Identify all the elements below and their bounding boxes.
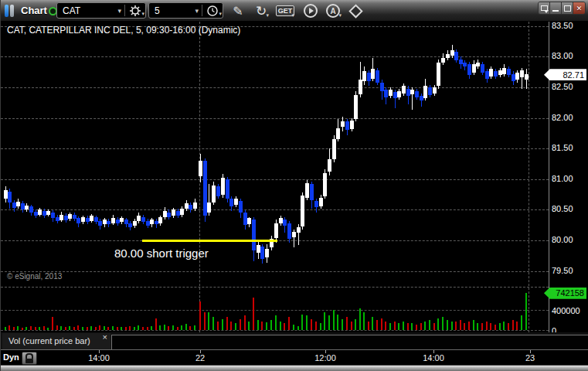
volume-bar [199,301,201,330]
candle [90,216,93,220]
volume-tick-label: 0 [552,326,556,332]
volume-bar [368,322,369,330]
trigger-annotation-text[interactable]: 80.00 short trigger [114,247,209,260]
volume-bar [189,326,191,330]
close-button[interactable]: ✕ [573,2,585,14]
volume-bar [516,322,518,330]
volume-bar [73,327,75,330]
volume-bar [217,322,219,330]
draw-tool-button[interactable]: ✎ [230,3,246,19]
pane-separator [1,287,549,288]
volume-bar [288,317,290,330]
trigger-annotation-line[interactable] [142,240,277,242]
diamond-icon [348,4,362,18]
volume-bar [455,322,457,330]
volume-bar [342,319,343,330]
rotate-layout-button[interactable] [347,3,364,19]
symbol-settings-button[interactable]: ▾ [125,5,145,17]
candle [221,178,225,194]
candle [481,64,484,73]
volume-bar [8,325,10,330]
candle [507,69,511,75]
interval-input[interactable]: 5 [149,5,192,16]
line-study-dropdown-icon: ▾ [266,12,269,18]
time-template-button[interactable]: ▾ [202,5,223,17]
volume-bar [320,323,321,330]
volume-bar [424,322,426,330]
symbol-dropdown-icon[interactable]: ▾ [114,7,124,15]
volume-bar [134,327,135,330]
candle [454,52,458,60]
candle [29,206,33,213]
curved-arrow-icon: ↻ [256,3,267,19]
interval-dropdown-icon[interactable]: ▾ [192,7,202,15]
candle [389,90,393,96]
get-data-button[interactable]: GET ▾ [275,3,295,19]
volume-bar [226,317,228,330]
volume-bar [394,322,396,330]
candle [46,211,50,215]
get-dropdown-icon: ▾ [291,12,294,18]
gear-dropdown-icon: ▾ [141,11,144,16]
volume-bar [25,327,27,330]
candle [362,71,366,81]
candle [51,213,55,219]
candle [199,161,202,176]
maximize-button[interactable] [562,2,573,14]
symbol-input[interactable]: CAT [57,5,114,16]
time-tick-label: 14:00 [82,353,116,362]
volume-bar [90,326,92,330]
volume-bar [355,319,356,330]
volume-bar [244,315,246,330]
lock-button[interactable] [22,352,37,365]
candle [476,63,480,66]
volume-bar [451,322,453,330]
volume-bar [99,325,100,330]
price-gridline [1,118,549,119]
minimize-button[interactable] [550,2,562,14]
candle [350,121,354,129]
candle [68,214,72,219]
volume-bar [481,323,483,330]
volume-bar [503,322,505,330]
time-tick-label: 12:00 [308,353,342,362]
volume-bar [142,327,144,330]
candle [141,217,145,222]
window-controls: ✕ [538,2,586,15]
candle [437,63,440,86]
candle [402,86,406,94]
line-study-button[interactable]: ↻ ▾ [253,3,270,19]
auto-study-button[interactable]: A ▾ [324,3,342,19]
auto-icon: A [326,4,340,18]
volume-bar [164,325,165,330]
tab-close-icon[interactable]: × [103,333,107,342]
volume-study-tab[interactable]: Vol (current price bar) × [2,333,110,349]
candle [301,196,304,226]
candle [212,186,216,203]
time-axis-bar[interactable]: Dyn 14:002212:0014:0023 [1,349,588,366]
candle [133,221,137,226]
window-title: Chart [21,5,47,16]
popout-button[interactable] [539,2,550,14]
price-tick-label: 80.50 [552,204,573,213]
volume-bar [447,320,448,330]
chart-plot-area[interactable]: CAT, CATERPILLAR INC DEL, 5, 09:30-16:00… [1,22,588,332]
volume-bar [416,325,417,330]
session-divider [529,22,529,332]
volume-bar [5,327,6,330]
volume-bar [275,315,277,330]
play-button[interactable] [302,3,319,19]
volume-bar [168,326,169,330]
time-tick-label: 23 [513,353,547,362]
volume-tick-label: 400000 [552,306,580,315]
volume-bar [43,326,45,330]
close-icon: ✕ [576,5,583,12]
candle [376,70,379,83]
volume-bar [433,323,435,330]
volume-bar [253,298,254,330]
candle [319,198,323,206]
toolbar: Chart CAT ▾ ▾ 5 ▾ [1,0,588,22]
volume-bar [212,317,214,330]
candle [292,232,296,237]
volume-bar [185,324,187,330]
